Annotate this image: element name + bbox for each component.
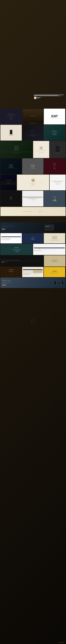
- land-card-magazine[interactable]: Digital magazine layout: [22, 267, 44, 277]
- features-grid: JOIN THE EVOLUTION Icon system included: [0, 25, 66, 103]
- land-card-launch[interactable]: LAUNCH Project launch template: [44, 267, 65, 277]
- port-card-charcoal[interactable]: Preview Dark portfolio: [50, 141, 66, 158]
- land-card-beige1[interactable]: E-SHOP E-commerce ready template: [44, 233, 65, 244]
- land-card-corporate[interactable]: Corporate identity template: [33, 244, 65, 255]
- land-card-hero-dark[interactable]: JOIN THE EVOLUTION Responsive web templa…: [1, 222, 65, 233]
- port-card-exit[interactable]: EXIT: [44, 108, 65, 124]
- port-card-1[interactable]: Beautifully designed templates for you: [1, 108, 22, 124]
- port-card-viral[interactable]: 10 viralposts daily: [44, 191, 65, 206]
- portrait-section: Portrait Beautifully designed templates …: [0, 104, 66, 218]
- land-card-tan[interactable]: BLOGGER Minimal blog theme: [44, 255, 65, 266]
- port-card-deal-website[interactable]: Deal Websitemaking itmaking to marketlea…: [1, 158, 22, 174]
- port-card-dark-cover[interactable]: Cover design: [22, 125, 44, 140]
- feat-card-hands-phone[interactable]: MOBILE READY: [1, 91, 32, 102]
- port-card-illustrated[interactable]: Illustrated Hand-craftedillustrations in…: [1, 207, 65, 216]
- features-section: Features: [0, 21, 66, 104]
- land-card-blue1[interactable]: APP App showcasetemplate: [22, 233, 44, 244]
- port-card-2[interactable]: PORTFOLIO Creative showcase: [22, 108, 44, 124]
- port-card-bigger[interactable]: Bigger thanyou think DISCOVER MORE: [17, 174, 49, 190]
- feat-card-social-proof[interactable]: [33, 91, 65, 102]
- port-card-phone[interactable]: Mobile template: [1, 125, 22, 140]
- land-card-social-dark[interactable]: Social is the new daily community platfo…: [1, 255, 44, 266]
- port-card-fashion[interactable]: Fashion and lifestyle LOOK BOOK: [1, 174, 17, 190]
- port-card-social-blog[interactable]: Social is thenew dailydialogue at thehea…: [1, 141, 33, 158]
- land-card-white1[interactable]: Responsive landing template: [1, 233, 22, 244]
- land-card-creative[interactable]: CREATIVE Agency portfolio: [1, 267, 22, 277]
- port-card-mi-revolution[interactable]: Mi revolutionplatform ↗: [1, 191, 22, 206]
- land-card-mobile-promo[interactable]: MOBILE APP Professional app promo templa…: [1, 278, 65, 288]
- exit-text: EXIT: [51, 114, 58, 118]
- port-card-cream-blog[interactable]: Your story told beautifully: [33, 141, 49, 158]
- port-card-blog-share[interactable]: Blog and share your story: [50, 174, 66, 190]
- port-card-teal-connect[interactable]: CONNECT with your audience: [44, 125, 65, 140]
- port-card-one-list[interactable]: The one listillustrated: [22, 191, 44, 206]
- land-card-studio[interactable]: STUDIO Portfolio for creative studios: [1, 244, 33, 255]
- port-card-help-app[interactable]: Help etc. Thequick apartmentfor someone: [22, 158, 44, 174]
- port-card-platform[interactable]: One Platformto rulethem all: [44, 158, 65, 174]
